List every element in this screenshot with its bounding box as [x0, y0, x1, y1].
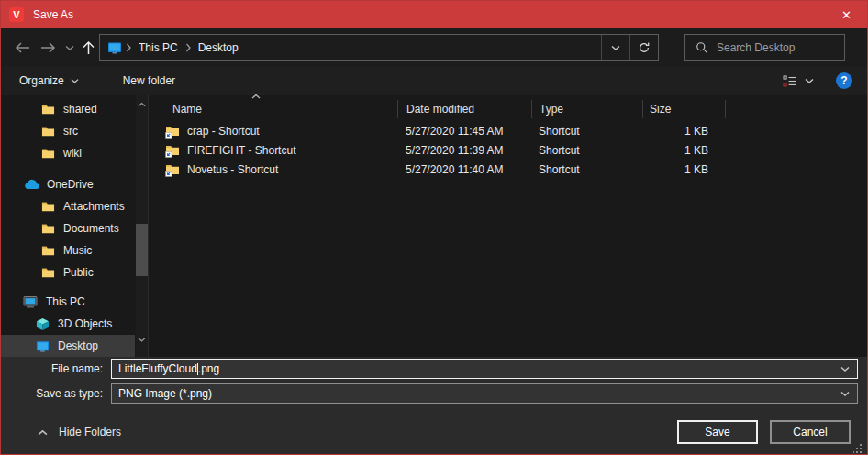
folder-icon: [41, 103, 55, 117]
chevron-down-icon: [611, 45, 620, 50]
scrollbar-down-arrow[interactable]: [136, 333, 148, 346]
hide-folders-label: Hide Folders: [59, 426, 121, 438]
details-view-icon: [783, 75, 796, 87]
vivaldi-app-icon: V: [9, 7, 24, 22]
organize-menu-button[interactable]: Organize: [14, 71, 84, 91]
file-type: Shortcut: [531, 125, 642, 138]
search-input[interactable]: Search Desktop: [717, 41, 795, 54]
sidebar-item-attachments[interactable]: Attachments: [1, 195, 135, 217]
column-headers: Name Date modified Type Size: [149, 97, 867, 121]
file-name: Novetus - Shortcut: [187, 163, 278, 176]
breadcrumb-desktop[interactable]: Desktop: [195, 41, 242, 54]
column-header-size[interactable]: Size: [642, 100, 725, 118]
forward-button[interactable]: [38, 38, 58, 58]
sort-ascending-icon: [251, 94, 261, 99]
column-header-date-modified[interactable]: Date modified: [397, 100, 531, 118]
file-name-input[interactable]: LittleFluffyCloud.png: [111, 359, 858, 379]
sidebar-item-src[interactable]: src: [1, 120, 135, 142]
scrollbar-thumb[interactable]: [136, 224, 148, 276]
save-as-dialog: V Save As ✕ This PC Desktop: [0, 0, 868, 455]
refresh-icon: [638, 41, 651, 54]
search-box[interactable]: Search Desktop: [684, 34, 845, 61]
sidebar-item-3d-objects[interactable]: 3D Objects: [1, 313, 135, 335]
scrollbar-up-arrow[interactable]: [136, 98, 148, 111]
recent-locations-button[interactable]: [60, 38, 80, 58]
sidebar-item-wiki[interactable]: wiki: [1, 142, 135, 164]
sidebar-item-label: Attachments: [63, 200, 125, 213]
file-name: crap - Shortcut: [187, 125, 260, 138]
close-button[interactable]: ✕: [826, 1, 867, 28]
address-bar[interactable]: This PC Desktop: [99, 34, 659, 61]
sidebar-item-this-pc[interactable]: This PC: [1, 291, 135, 313]
hide-folders-button[interactable]: Hide Folders: [38, 426, 121, 438]
sidebar-item-shared[interactable]: shared: [1, 98, 135, 120]
breadcrumb-separator-icon: [185, 43, 191, 52]
file-name: FIREFIGHT - Shortcut: [187, 144, 295, 157]
file-list: Name Date modified Type Size crap - Shor…: [148, 95, 867, 357]
sidebar-scrollbar[interactable]: [136, 95, 148, 357]
file-size: 1 KB: [642, 144, 725, 157]
file-row-novetus-shortcut[interactable]: Novetus - Shortcut 5/27/2020 11:40 AM Sh…: [149, 160, 867, 179]
save-panel: File name: LittleFluffyCloud.png Save as…: [1, 357, 867, 455]
chevron-down-icon: [840, 391, 850, 396]
file-type: Shortcut: [531, 144, 642, 157]
file-row-firefight-shortcut[interactable]: FIREFIGHT - Shortcut 5/27/2020 11:39 AM …: [149, 140, 867, 160]
refresh-button[interactable]: [629, 35, 658, 60]
save-as-type-label: Save as type:: [1, 387, 111, 400]
cancel-button[interactable]: Cancel: [770, 420, 851, 444]
computer-icon: [23, 294, 38, 309]
navigation-pane: shared src wiki OneDrive Attachments Doc…: [1, 95, 148, 357]
folder-icon: [41, 200, 55, 214]
up-arrow-icon: [82, 40, 95, 55]
search-icon: [696, 41, 708, 54]
sidebar-item-label: shared: [63, 103, 97, 116]
chevron-down-icon: [65, 45, 74, 50]
file-name-text: LittleFluffyCloud: [118, 362, 197, 375]
file-row-crap-shortcut[interactable]: crap - Shortcut 5/27/2020 11:45 AM Short…: [149, 121, 867, 140]
sidebar-item-label: Music: [63, 244, 92, 257]
sidebar-item-label: Desktop: [58, 339, 98, 352]
file-size: 1 KB: [642, 163, 725, 176]
column-header-name[interactable]: Name: [149, 100, 397, 118]
file-size: 1 KB: [642, 125, 725, 138]
address-dropdown-button[interactable]: [601, 35, 629, 60]
breadcrumb-this-pc[interactable]: This PC: [135, 41, 182, 54]
new-folder-label: New folder: [123, 74, 175, 87]
change-view-button[interactable]: [783, 75, 814, 87]
titlebar: V Save As ✕: [1, 1, 867, 28]
file-date: 5/27/2020 11:39 AM: [397, 144, 531, 157]
desktop-monitor-icon: [36, 339, 50, 353]
file-type: Shortcut: [531, 163, 642, 176]
organize-label: Organize: [19, 74, 64, 87]
shortcut-folder-icon: [165, 143, 180, 158]
resize-grip[interactable]: [853, 444, 862, 453]
save-button[interactable]: Save: [677, 420, 758, 444]
sidebar-item-documents[interactable]: Documents: [1, 217, 135, 239]
up-button[interactable]: [78, 38, 98, 58]
file-date: 5/27/2020 11:45 AM: [397, 125, 531, 138]
main-content: shared src wiki OneDrive Attachments Doc…: [1, 95, 867, 357]
sidebar-item-public[interactable]: Public: [1, 261, 135, 283]
save-as-type-select[interactable]: PNG Image (*.png): [111, 383, 858, 404]
back-arrow-icon: [15, 41, 30, 54]
3d-cube-icon: [36, 317, 50, 331]
new-folder-button[interactable]: New folder: [117, 71, 181, 91]
sidebar-item-label: wiki: [63, 147, 82, 160]
column-header-filler: [725, 100, 867, 118]
sidebar-item-music[interactable]: Music: [1, 239, 135, 261]
breadcrumb-separator-icon: [126, 43, 131, 52]
folder-icon: [41, 244, 55, 258]
sidebar-item-onedrive[interactable]: OneDrive: [1, 173, 135, 195]
save-as-type-value: PNG Image (*.png): [118, 387, 212, 400]
back-button[interactable]: [12, 38, 32, 58]
command-toolbar: Organize New folder ?: [1, 66, 867, 95]
file-name-extension: .png: [198, 362, 219, 375]
folder-icon: [41, 125, 55, 139]
help-button[interactable]: ?: [836, 72, 852, 89]
sidebar-item-desktop[interactable]: Desktop: [1, 335, 135, 357]
sidebar-item-label: Public: [63, 266, 94, 279]
onedrive-cloud-icon: [23, 179, 39, 191]
chevron-down-icon: [71, 78, 79, 83]
sidebar-item-label: OneDrive: [47, 178, 94, 191]
column-header-type[interactable]: Type: [531, 100, 642, 118]
